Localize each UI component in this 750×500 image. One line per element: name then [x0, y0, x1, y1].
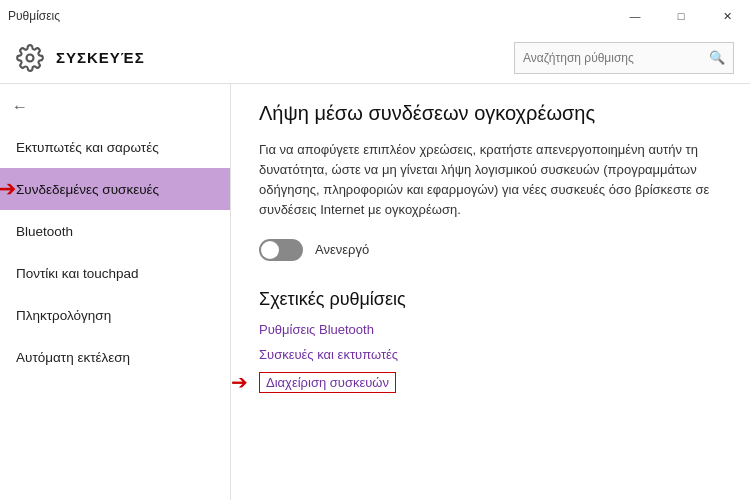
sidebar-item-wrapper-mouse: Ποντίκι και touchpad	[0, 252, 230, 294]
arrow-indicator-device-manager: ➔	[231, 370, 248, 394]
search-input[interactable]	[523, 51, 709, 65]
search-box: 🔍	[514, 42, 734, 74]
title-bar: Ρυθμίσεις — □ ✕	[0, 0, 750, 32]
bluetooth-settings-link[interactable]: Ρυθμίσεις Bluetooth	[259, 322, 722, 337]
device-manager-link[interactable]: Διαχείριση συσκευών	[259, 372, 396, 393]
sidebar-item-wrapper-printers: Εκτυπωτές και σαρωτές	[0, 126, 230, 168]
body-text: Για να αποφύγετε επιπλέον χρεώσεις, κρατ…	[259, 140, 722, 221]
sidebar-item-keyboard[interactable]: Πληκτρολόγηση	[0, 294, 230, 336]
related-settings-title: Σχετικές ρυθμίσεις	[259, 289, 722, 310]
devices-printers-link[interactable]: Συσκευές και εκτυπωτές	[259, 347, 722, 362]
toggle-label: Ανενεργό	[315, 242, 369, 257]
sidebar-item-bluetooth[interactable]: Bluetooth	[0, 210, 230, 252]
sidebar-item-wrapper-connected: ➔ Συνδεδεμένες συσκευές	[0, 168, 230, 210]
svg-point-0	[27, 54, 34, 61]
title-bar-title: Ρυθμίσεις	[8, 9, 60, 23]
title-bar-controls: — □ ✕	[612, 0, 750, 32]
sidebar: ← Εκτυπωτές και σαρωτές ➔ Συνδεδεμένες σ…	[0, 84, 230, 500]
toggle-row: Ανενεργό	[259, 239, 722, 261]
minimize-button[interactable]: —	[612, 0, 658, 32]
sidebar-item-mouse[interactable]: Ποντίκι και touchpad	[0, 252, 230, 294]
section-title: Λήψη μέσω συνδέσεων ογκοχρέωσης	[259, 100, 722, 126]
back-arrow-icon: ←	[12, 98, 28, 116]
header: ΣΥΣΚΕΥΈΣ 🔍	[0, 32, 750, 84]
search-icon: 🔍	[709, 50, 725, 65]
sidebar-item-wrapper-autorun: Αυτόματη εκτέλεση	[0, 336, 230, 378]
title-bar-left: Ρυθμίσεις	[8, 9, 60, 23]
sidebar-item-wrapper-keyboard: Πληκτρολόγηση	[0, 294, 230, 336]
back-button[interactable]: ←	[0, 88, 230, 126]
sidebar-item-wrapper-bluetooth: Bluetooth	[0, 210, 230, 252]
page-title: ΣΥΣΚΕΥΈΣ	[56, 49, 514, 66]
toggle-thumb	[261, 241, 279, 259]
content-area: Λήψη μέσω συνδέσεων ογκοχρέωσης Για να α…	[230, 84, 750, 500]
toggle-switch[interactable]	[259, 239, 303, 261]
sidebar-item-printers[interactable]: Εκτυπωτές και σαρωτές	[0, 126, 230, 168]
settings-gear-icon	[16, 44, 44, 72]
sidebar-item-autorun[interactable]: Αυτόματη εκτέλεση	[0, 336, 230, 378]
device-manager-wrapper: ➔ Διαχείριση συσκευών	[259, 372, 396, 393]
maximize-button[interactable]: □	[658, 0, 704, 32]
main-container: ← Εκτυπωτές και σαρωτές ➔ Συνδεδεμένες σ…	[0, 84, 750, 500]
close-button[interactable]: ✕	[704, 0, 750, 32]
sidebar-item-connected[interactable]: Συνδεδεμένες συσκευές	[0, 168, 230, 210]
